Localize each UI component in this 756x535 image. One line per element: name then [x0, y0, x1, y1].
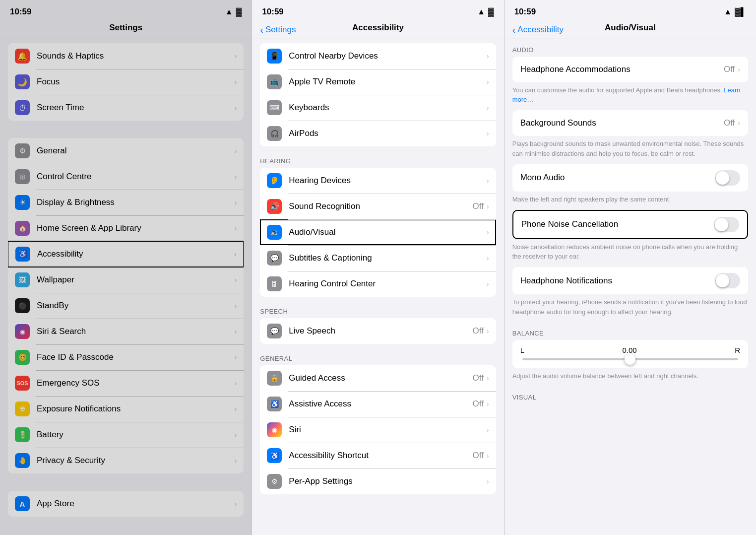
settings-item-privacy[interactable]: 🤚 Privacy & Security › [8, 448, 244, 473]
balance-value: 0.00 [622, 346, 636, 354]
hearing-control-label: Hearing Control Center [289, 279, 376, 289]
mono-audio-card: Mono Audio [512, 164, 748, 192]
settings-item-battery[interactable]: 🔋 Battery › [8, 422, 244, 448]
settings-item-homescreen[interactable]: 🏠 Home Screen & App Library › [8, 215, 244, 241]
control-nearby-label: Control Nearby Devices [289, 51, 378, 61]
settings-item-emergency[interactable]: SOS Emergency SOS › [8, 370, 244, 396]
acc-item-subtitles[interactable]: 💬 Subtitles & Captioning › [260, 245, 496, 271]
subtitles-label: Subtitles & Captioning [289, 253, 372, 263]
acc-item-keyboards[interactable]: ⌨ Keyboards › [260, 95, 496, 121]
back-chevron: ‹ [260, 25, 263, 35]
balance-l: L [520, 346, 524, 354]
headphone-notif-knob [716, 274, 729, 287]
live-speech-label: Live Speech [289, 326, 335, 336]
acc-item-audio-visual[interactable]: 🔉 Audio/Visual › [260, 219, 496, 245]
hearing-section-header: HEARING [252, 150, 504, 168]
appstore-icon: A [15, 496, 30, 511]
settings-item-exposure[interactable]: ☢ Exposure Notifications › [8, 396, 244, 422]
settings-item-sounds[interactable]: 🔔 Sounds & Haptics › [8, 43, 244, 69]
per-app-label: Per-App Settings [289, 476, 353, 486]
keyboards-icon: ⌨ [267, 100, 282, 115]
settings-item-wallpaper[interactable]: 🖼 Wallpaper › [8, 267, 244, 293]
acc-item-hearing-control[interactable]: 🎛 Hearing Control Center › [260, 271, 496, 297]
settings-item-siri[interactable]: ◉ Siri & Search › [8, 319, 244, 344]
acc-item-assistive-access[interactable]: ♿ Assistive Access Off › [260, 391, 496, 417]
sound-recognition-icon: 🔊 [267, 199, 282, 214]
acc-item-sound-recognition[interactable]: 🔊 Sound Recognition Off › [260, 194, 496, 219]
settings-scroll[interactable]: 🔔 Sounds & Haptics › 🌙 Focus › ⏱ [0, 39, 252, 535]
status-time-1: 10:59 [10, 7, 31, 17]
standby-icon: ⚫ [15, 298, 30, 313]
screentime-chevron: › [235, 104, 237, 112]
focus-icon: 🌙 [15, 74, 30, 89]
settings-item-standby[interactable]: ⚫ StandBy › [8, 293, 244, 319]
phone-noise-label: Phone Noise Cancellation [521, 219, 714, 229]
headphone-label: Headphone Accommodations [520, 65, 724, 74]
back-to-accessibility[interactable]: ‹ Accessibility [512, 25, 564, 35]
headphone-value: Off [724, 65, 735, 74]
subtitles-icon: 💬 [267, 251, 282, 266]
accessibility-title: Accessibility [352, 23, 404, 32]
audiovisual-panel: 10:59 ▲ ▓▌ ‹ Accessibility Audio/Visual … [504, 0, 756, 535]
standby-label: StandBy [37, 301, 68, 311]
phone-noise-toggle[interactable] [714, 217, 739, 232]
acc-item-siri[interactable]: ◉ Siri › [260, 417, 496, 443]
assistive-access-label: Assistive Access [289, 399, 351, 409]
phone-noise-knob [715, 218, 728, 231]
siri-label: Siri & Search [37, 327, 86, 336]
guided-access-label: Guided Access [289, 373, 345, 383]
acc-item-accessibility-shortcut[interactable]: ♿ Accessibility Shortcut Off › [260, 443, 496, 468]
settings-group-top: 🔔 Sounds & Haptics › 🌙 Focus › ⏱ [8, 43, 244, 121]
settings-group-appstore: A App Store › [8, 491, 244, 517]
settings-item-faceid[interactable]: 😊 Face ID & Passcode › [8, 344, 244, 370]
appletv-label: Apple TV Remote [289, 77, 355, 87]
faceid-chevron: › [235, 353, 237, 361]
focus-label: Focus [37, 77, 60, 87]
acc-item-per-app[interactable]: ⚙ Per-App Settings › [260, 468, 496, 494]
acc-item-appletv[interactable]: 📺 Apple TV Remote › [260, 69, 496, 95]
appstore-chevron: › [235, 500, 237, 508]
acc-item-live-speech[interactable]: 💬 Live Speech Off › [260, 318, 496, 344]
acc-item-control-nearby[interactable]: 📱 Control Nearby Devices › [260, 43, 496, 69]
general-icon: ⚙ [15, 143, 30, 158]
speech-label: SPEECH [260, 308, 288, 315]
settings-item-focus[interactable]: 🌙 Focus › [8, 69, 244, 95]
settings-item-accessibility[interactable]: ♿ Accessibility › [8, 241, 244, 268]
balance-thumb[interactable] [625, 354, 635, 365]
privacy-icon: 🤚 [15, 453, 30, 468]
focus-chevron: › [235, 78, 237, 86]
headphone-row[interactable]: Headphone Accommodations Off › [512, 57, 748, 82]
acc-item-guided-access[interactable]: 🔒 Guided Access Off › [260, 365, 496, 391]
speech-section-header: SPEECH [252, 301, 504, 318]
general-chevron: › [235, 147, 237, 155]
wallpaper-label: Wallpaper [37, 275, 74, 285]
standby-chevron: › [235, 302, 237, 310]
battery-icon-2: ▓ [488, 7, 494, 16]
settings-item-display[interactable]: ☀ Display & Brightness › [8, 190, 244, 215]
settings-item-screentime[interactable]: ⏱ Screen Time › [8, 95, 244, 121]
mono-audio-toggle[interactable] [715, 170, 740, 186]
headphone-notif-toggle[interactable] [715, 273, 740, 288]
headphone-notif-desc: To protect your hearing, iPhone sends a … [512, 298, 747, 315]
balance-content: L 0.00 R [512, 340, 748, 368]
headphone-desc: You can customise the audio for supporte… [512, 86, 741, 103]
back-chevron-3: ‹ [512, 25, 516, 35]
assistive-access-value: Off [473, 399, 484, 409]
headphone-notif-row: Headphone Notifications [512, 267, 748, 294]
settings-item-appstore[interactable]: A App Store › [8, 491, 244, 517]
settings-item-general[interactable]: ⚙ General › [8, 138, 244, 164]
back-to-settings[interactable]: ‹ Settings [260, 25, 296, 35]
settings-panel: 10:59 ▲ ▓ Settings 🔔 Sounds & Haptics › [0, 0, 252, 535]
guided-access-value: Off [473, 373, 484, 383]
settings-item-control-centre[interactable]: ⊞ Control Centre › [8, 164, 244, 190]
audio-section-header: AUDIO [504, 39, 756, 57]
accessibility-top-group: 📱 Control Nearby Devices › 📺 Apple TV Re… [260, 43, 496, 146]
accessibility-general-group: 🔒 Guided Access Off › ♿ Assistive Access [260, 365, 496, 494]
acc-item-airpods[interactable]: 🎧 AirPods › [260, 121, 496, 146]
bg-sounds-row[interactable]: Background Sounds Off › [512, 110, 748, 136]
accessibility-scroll[interactable]: 📱 Control Nearby Devices › 📺 Apple TV Re… [252, 39, 504, 535]
controlcentre-label: Control Centre [37, 172, 92, 182]
acc-item-hearing-devices[interactable]: 👂 Hearing Devices › [260, 168, 496, 194]
audiovisual-scroll[interactable]: AUDIO Headphone Accommodations Off › You… [504, 39, 756, 535]
control-nearby-icon: 📱 [267, 49, 282, 64]
